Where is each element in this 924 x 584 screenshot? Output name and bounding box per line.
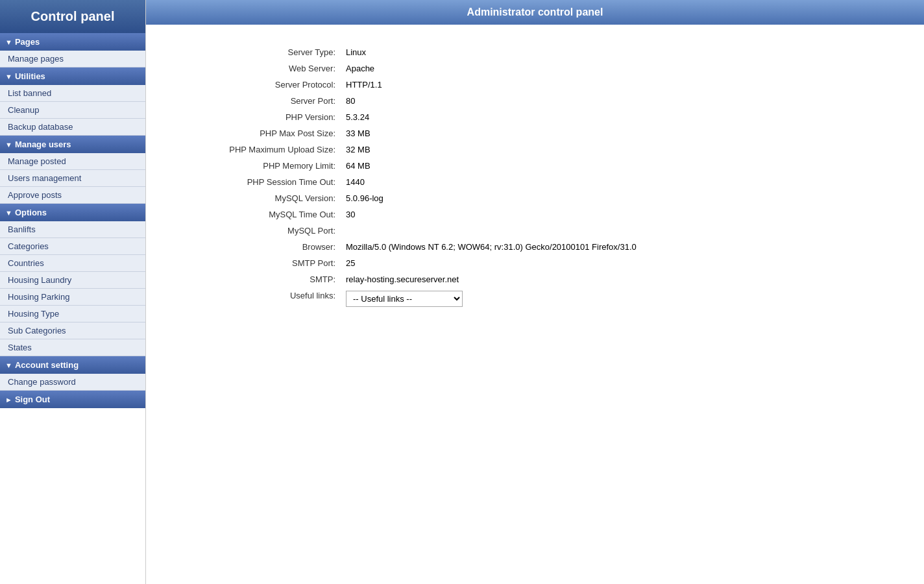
info-value: 25 [341, 255, 898, 271]
info-label: PHP Max Post Size: [172, 125, 341, 141]
info-label: PHP Session Time Out: [172, 174, 341, 190]
info-row: PHP Memory Limit:64 MB [172, 158, 898, 174]
sidebar-title: Control panel [0, 0, 145, 33]
info-row: MySQL Time Out:30 [172, 206, 898, 223]
sidebar-section-manage-users[interactable]: ▼ Manage users [0, 136, 145, 153]
chevron-icon: ▼ [5, 141, 12, 149]
sidebar-item-backup-database[interactable]: Backup database [0, 119, 145, 136]
info-label: Server Protocol: [172, 77, 341, 93]
info-value: 32 MB [341, 141, 898, 158]
info-label: MySQL Port: [172, 223, 341, 239]
info-label: Server Type: [172, 44, 341, 60]
sidebar-item-sub-categories[interactable]: Sub Categories [0, 322, 145, 339]
sidebar-section-pages[interactable]: ▼ Pages [0, 33, 145, 51]
main-content: Administrator control panel Server Type:… [146, 0, 924, 584]
info-row: PHP Version:5.3.24 [172, 109, 898, 125]
sidebar-item-manage-posted[interactable]: Manage posted [0, 153, 145, 170]
chevron-icon: ▼ [5, 209, 12, 217]
info-value: 1440 [341, 174, 898, 190]
sidebar-item-manage-pages[interactable]: Manage pages [0, 51, 145, 67]
info-value: 30 [341, 206, 898, 223]
sidebar-section-account-setting[interactable]: ▼ Account setting [0, 356, 145, 374]
info-value: -- Useful links -- [341, 287, 898, 310]
info-row: Useful links:-- Useful links -- [172, 287, 898, 310]
info-value: Apache [341, 60, 898, 77]
info-label: SMTP: [172, 271, 341, 287]
sidebar-item-list-banned[interactable]: List banned [0, 85, 145, 102]
arrow-icon: ► [5, 396, 12, 404]
info-value: Linux [341, 44, 898, 60]
info-row: Server Port:80 [172, 93, 898, 109]
info-value: HTTP/1.1 [341, 77, 898, 93]
sign-out-button[interactable]: ► Sign Out [0, 391, 145, 408]
info-row: PHP Maximum Upload Size:32 MB [172, 141, 898, 158]
chevron-icon: ▼ [5, 73, 12, 80]
chevron-icon: ▼ [5, 38, 12, 46]
info-label: Useful links: [172, 287, 341, 310]
info-label: PHP Maximum Upload Size: [172, 141, 341, 158]
info-label: SMTP Port: [172, 255, 341, 271]
info-table: Server Type:LinuxWeb Server:ApacheServer… [172, 44, 898, 310]
sidebar-item-cleanup[interactable]: Cleanup [0, 102, 145, 119]
info-row: MySQL Version:5.0.96-log [172, 190, 898, 206]
info-label: MySQL Version: [172, 190, 341, 206]
info-row: SMTP:relay-hosting.secureserver.net [172, 271, 898, 287]
sidebar-item-categories[interactable]: Categories [0, 238, 145, 255]
sidebar-item-countries[interactable]: Countries [0, 255, 145, 272]
info-row: PHP Session Time Out:1440 [172, 174, 898, 190]
sidebar-item-approve-posts[interactable]: Approve posts [0, 187, 145, 204]
sidebar-section-utilities[interactable]: ▼ Utilities [0, 67, 145, 85]
sidebar-item-housing-type[interactable]: Housing Type [0, 306, 145, 322]
info-value: 80 [341, 93, 898, 109]
info-value [341, 223, 898, 239]
info-row: Server Protocol:HTTP/1.1 [172, 77, 898, 93]
sidebar-item-housing-laundry[interactable]: Housing Laundry [0, 272, 145, 289]
sidebar: Control panel ▼ PagesManage pages▼ Utili… [0, 0, 146, 584]
info-label: PHP Version: [172, 109, 341, 125]
info-value: 5.3.24 [341, 109, 898, 125]
info-row: PHP Max Post Size:33 MB [172, 125, 898, 141]
info-label: PHP Memory Limit: [172, 158, 341, 174]
info-row: Browser:Mozilla/5.0 (Windows NT 6.2; WOW… [172, 239, 898, 255]
info-value: 64 MB [341, 158, 898, 174]
sidebar-item-housing-parking[interactable]: Housing Parking [0, 289, 145, 306]
info-value: Mozilla/5.0 (Windows NT 6.2; WOW64; rv:3… [341, 239, 898, 255]
chevron-icon: ▼ [5, 361, 12, 369]
main-body: Server Type:LinuxWeb Server:ApacheServer… [146, 25, 924, 330]
sidebar-item-banlifts[interactable]: Banlifts [0, 221, 145, 238]
info-value: relay-hosting.secureserver.net [341, 271, 898, 287]
info-label: Web Server: [172, 60, 341, 77]
sidebar-section-options[interactable]: ▼ Options [0, 204, 145, 221]
info-label: Server Port: [172, 93, 341, 109]
info-label: MySQL Time Out: [172, 206, 341, 223]
info-row: MySQL Port: [172, 223, 898, 239]
info-row: SMTP Port:25 [172, 255, 898, 271]
main-header: Administrator control panel [146, 0, 924, 25]
info-value: 5.0.96-log [341, 190, 898, 206]
info-label: Browser: [172, 239, 341, 255]
sidebar-item-change-password[interactable]: Change password [0, 374, 145, 391]
info-row: Web Server:Apache [172, 60, 898, 77]
sidebar-item-users-management[interactable]: Users management [0, 170, 145, 187]
info-value: 33 MB [341, 125, 898, 141]
sidebar-item-states[interactable]: States [0, 339, 145, 356]
useful-links-select[interactable]: -- Useful links -- [346, 291, 463, 307]
info-row: Server Type:Linux [172, 44, 898, 60]
